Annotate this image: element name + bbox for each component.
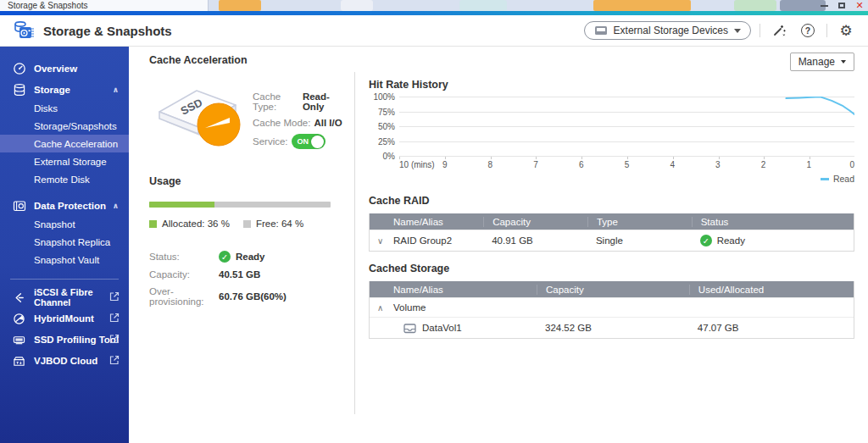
status-ok-icon: ✓ (700, 235, 712, 246)
sidebar-item-label: Snapshot Replica (34, 237, 110, 247)
external-device-icon (594, 25, 608, 36)
raid-type: Single (587, 235, 692, 246)
table-row[interactable]: DataVol1 324.52 GB 47.07 GB (370, 317, 854, 338)
sidebar-item-cache-acceleration[interactable]: Cache Acceleration (0, 135, 129, 152)
sidebar-item-snapshot-replica[interactable]: Snapshot Replica (0, 233, 129, 251)
x-tick-label: 6 (579, 160, 584, 169)
sidebar-divider (10, 279, 119, 280)
table-group-row[interactable]: ∧ Volume (370, 297, 854, 317)
allocated-legend: Allocated: 36 % (149, 219, 230, 229)
settings-button[interactable]: ⚙ (836, 20, 856, 41)
external-storage-devices-label: External Storage Devices (614, 25, 728, 36)
raid-group-name: RAID Group2 (393, 235, 452, 246)
external-link-icon (109, 334, 120, 346)
sidebar-item-label: Storage/Snapshots (34, 121, 117, 131)
table-row[interactable]: ∨ RAID Group2 40.91 GB Single ✓ Ready (370, 230, 854, 251)
column-header[interactable]: Used/Allocated (689, 285, 854, 295)
magic-wand-button[interactable] (769, 20, 789, 41)
service-toggle[interactable]: ON (292, 134, 326, 149)
sidebar-item-vjbod-cloud[interactable]: VJBOD Cloud (0, 352, 129, 370)
x-tick-label: 1 (807, 160, 812, 169)
cached-storage-table: Name/Alias Capacity Used/Allocated ∧ Vol… (369, 281, 854, 339)
group-name: Volume (393, 302, 426, 313)
sidebar-item-storage-snapshots[interactable]: Storage/Snapshots (0, 117, 129, 135)
sidebar-item-label: Snapshot (34, 219, 75, 230)
sidebar-item-ssd-profiling-tool[interactable]: SSD Profiling Tool (0, 330, 129, 349)
ssd-tool-icon (12, 333, 26, 347)
desktop-sync-icon (734, 0, 776, 11)
x-tick-label: 9 (442, 160, 448, 169)
chevron-up-icon[interactable]: ∧ (113, 86, 119, 94)
window-controls: ✕ (819, 0, 865, 11)
y-tick-label: 100% (373, 92, 395, 102)
sidebar-item-overview[interactable]: Overview (0, 59, 129, 78)
sidebar-item-snapshot[interactable]: Snapshot (0, 215, 129, 233)
desktop-strip: Storage & Snapshots ✕ (0, 0, 868, 11)
capacity-label: Capacity: (149, 269, 219, 280)
cache-type-label: Cache Type: (253, 91, 299, 112)
manage-button[interactable]: Manage (790, 53, 854, 71)
gear-icon: ⚙ (839, 24, 852, 38)
cache-mode-value: All I/O (314, 118, 342, 128)
usage-bar (149, 202, 331, 208)
gauge-icon (12, 62, 26, 76)
chevron-down-icon (734, 29, 741, 33)
volume-capacity: 324.52 GB (537, 323, 689, 333)
raid-status: Ready (717, 235, 745, 246)
chevron-up-icon[interactable]: ∧ (113, 202, 119, 210)
sidebar-item-hybridmount[interactable]: HybridMount (0, 309, 129, 328)
raid-capacity: 40.91 GB (483, 235, 587, 246)
sidebar-item-snapshot-vault[interactable]: Snapshot Vault (0, 251, 129, 269)
window-tab[interactable]: Storage & Snapshots (0, 0, 209, 11)
sidebar-item-iscsi-fibre-channel[interactable]: iSCSI & Fibre Channel (0, 288, 129, 307)
capacity-value: 40.51 GB (219, 269, 260, 280)
app-icon (12, 19, 35, 42)
sidebar-item-external-storage[interactable]: External Storage (0, 152, 129, 170)
status-label: Status: (149, 252, 219, 262)
column-header[interactable]: Status (692, 217, 854, 227)
chevron-up-icon[interactable]: ∧ (377, 303, 386, 313)
x-tick-label: 5 (625, 160, 630, 169)
column-header[interactable]: Capacity (483, 217, 587, 227)
sidebar-item-label: Cache Acceleration (34, 139, 118, 149)
sidebar-item-label: HybridMount (34, 313, 94, 324)
x-tick-label: 10 (mins) (399, 160, 435, 169)
vjbod-cloud-icon (12, 354, 26, 368)
sidebar-item-label: VJBOD Cloud (34, 356, 97, 366)
ssd-illustration: SSD (149, 80, 244, 155)
sidebar-item-data-protection[interactable]: Data Protection ∧ (0, 197, 129, 215)
column-header[interactable]: Name/Alias (370, 285, 537, 295)
x-tick-label: 0 (849, 160, 854, 169)
sidebar-item-disks[interactable]: Disks (0, 99, 129, 117)
y-tick-label: 50% (378, 122, 395, 131)
chevron-down-icon[interactable]: ∨ (377, 236, 386, 246)
hit-rate-history-title: Hit Rate History (369, 79, 854, 91)
close-button[interactable]: ✕ (854, 1, 865, 10)
sidebar-item-label: Storage (34, 85, 70, 95)
sidebar-item-remote-disk[interactable]: Remote Disk (0, 170, 129, 188)
maximize-button[interactable] (837, 1, 847, 10)
external-storage-devices-button[interactable]: External Storage Devices (584, 21, 751, 40)
snapshot-camera-icon (12, 199, 26, 213)
x-tick-label: 8 (488, 160, 493, 169)
column-header[interactable]: Type (587, 217, 692, 227)
external-link-icon (109, 355, 120, 367)
sidebar-item-storage[interactable]: Storage ∧ (0, 80, 129, 99)
desktop-folder-icon (219, 0, 261, 11)
column-header[interactable]: Capacity (537, 285, 689, 295)
desktop-apps-icon (593, 0, 691, 11)
column-header[interactable]: Name/Alias (370, 217, 483, 227)
external-link-icon (109, 291, 120, 303)
external-link-icon (109, 313, 120, 324)
help-button[interactable]: ? (798, 20, 818, 41)
sidebar: Overview Storage ∧ Disks Storage/Snapsho… (0, 47, 129, 443)
app-header: Storage & Snapshots External Storage Dev… (0, 15, 868, 47)
column-divider (354, 72, 355, 414)
x-axis-labels: 10 (mins) 9 8 7 6 5 4 3 2 1 0 (399, 159, 854, 170)
minimize-button[interactable] (819, 1, 829, 10)
window-tab-title: Storage & Snapshots (8, 1, 88, 10)
header-divider-2 (826, 24, 827, 37)
hybridmount-icon (12, 312, 26, 326)
x-tick-label: 4 (670, 160, 675, 169)
manage-button-label: Manage (798, 56, 835, 68)
